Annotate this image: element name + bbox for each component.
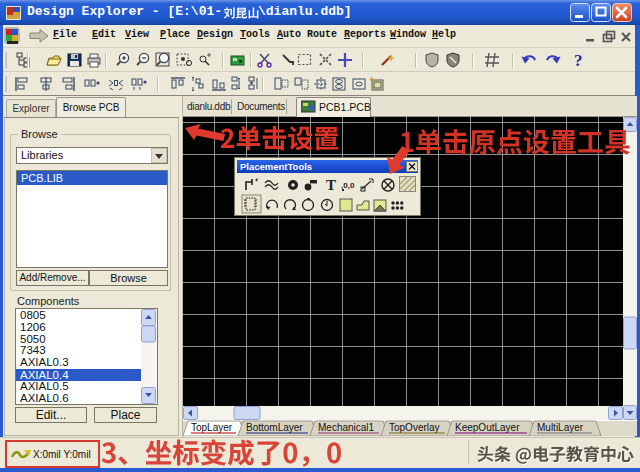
svg-text:TopOverlay: TopOverlay [389,422,440,433]
svg-text:BottomLayer: BottomLayer [246,422,303,433]
svg-text:Mechanical1: Mechanical1 [318,422,375,433]
svg-text:MultiLayer: MultiLayer [537,422,584,433]
svg-text:?: ? [574,51,583,70]
svg-text:KeepOutLayer: KeepOutLayer [455,422,520,433]
svg-text:TopLayer: TopLayer [191,422,233,433]
svg-text:,0,0: ,0,0 [341,181,355,190]
svg-text:T: T [326,177,336,193]
